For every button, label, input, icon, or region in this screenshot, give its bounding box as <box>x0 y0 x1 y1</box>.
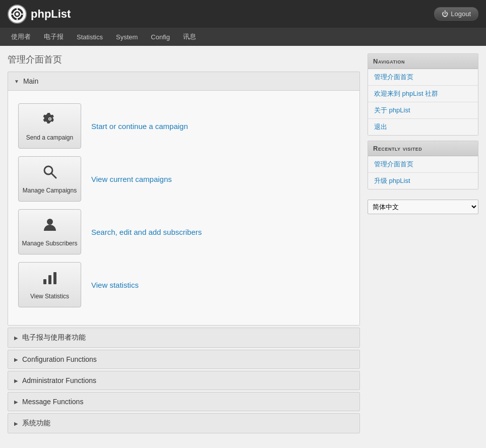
sidebar: Navigation 管理介面首页 欢迎来到 phpList 社群 关于 php… <box>368 53 478 435</box>
navbar: 使用者 电子报 Statistics System Config 讯息 <box>0 28 486 46</box>
svg-point-20 <box>47 219 53 225</box>
svg-rect-21 <box>43 279 46 284</box>
sidebar-link-community[interactable]: 欢迎来到 phpList 社群 <box>368 86 478 102</box>
collapse-arrow-0: ▶ <box>14 335 18 341</box>
manage-campaigns-link[interactable]: View current campaigns <box>91 175 172 183</box>
cards-grid: Send a campaign Start or continue a camp… <box>18 101 349 310</box>
search-icon <box>42 164 57 183</box>
section-newsletter-header[interactable]: ▶ 电子报与使用者功能 <box>8 328 359 347</box>
section-config-label: Configuration Functions <box>22 355 97 363</box>
card-row-send-campaign: Send a campaign Start or continue a camp… <box>18 101 349 151</box>
section-system-label: 系统功能 <box>22 419 50 428</box>
nav-item-messages[interactable]: 讯息 <box>177 29 202 44</box>
card-row-manage-subscribers: Manage Subscribers Search, edit and add … <box>18 207 349 257</box>
card-row-manage-campaigns: Manage Campaigns View current campaigns <box>18 154 349 204</box>
sidebar-link-home[interactable]: 管理介面首页 <box>368 69 478 86</box>
section-admin-header[interactable]: ▶ Administrator Functions <box>8 371 359 390</box>
section-message-functions: ▶ Message Functions <box>8 392 360 411</box>
sidebar-navigation: Navigation 管理介面首页 欢迎来到 phpList 社群 关于 php… <box>368 53 478 136</box>
view-statistics-label: View Statistics <box>30 293 69 300</box>
section-system-header[interactable]: ▶ 系统功能 <box>8 414 359 433</box>
svg-rect-23 <box>53 272 56 284</box>
logo-text: phpList <box>31 8 71 21</box>
svg-line-19 <box>51 173 56 178</box>
manage-subscribers-card[interactable]: Manage Subscribers <box>18 209 81 254</box>
collapse-arrow-main: ▼ <box>14 79 19 84</box>
manage-campaigns-label: Manage Campaigns <box>23 187 77 194</box>
header: phpList ⏻ Logout <box>0 0 486 28</box>
logo-area: phpList <box>8 5 71 24</box>
logout-button[interactable]: ⏻ Logout <box>434 7 478 21</box>
nav-item-users[interactable]: 使用者 <box>5 29 37 44</box>
main-layout: 管理介面首页 ▼ Main <box>0 46 486 443</box>
send-campaign-card[interactable]: Send a campaign <box>18 103 81 149</box>
svg-point-9 <box>49 118 50 119</box>
power-icon: ⏻ <box>442 10 448 18</box>
section-admin-functions: ▶ Administrator Functions <box>8 371 360 390</box>
sidebar-link-logout[interactable]: 退出 <box>368 119 478 135</box>
manage-subscribers-link[interactable]: Search, edit and add subscribers <box>91 228 202 236</box>
nav-item-statistics[interactable]: Statistics <box>71 30 109 44</box>
section-config-functions: ▶ Configuration Functions <box>8 350 360 369</box>
main-section-title: Main <box>23 77 38 85</box>
section-admin-label: Administrator Functions <box>22 376 96 385</box>
sidebar-recently-visited: Recently visited 管理介面首页 升级 phpList <box>368 141 478 189</box>
nav-item-newsletter[interactable]: 电子报 <box>38 29 70 44</box>
section-config-header[interactable]: ▶ Configuration Functions <box>8 350 359 368</box>
content-area: 管理介面首页 ▼ Main <box>8 53 360 435</box>
recently-visited-title: Recently visited <box>368 141 478 156</box>
section-message-header[interactable]: ▶ Message Functions <box>8 393 359 411</box>
page-title: 管理介面首页 <box>8 53 360 66</box>
logout-label: Logout <box>451 10 471 18</box>
section-newsletter-label: 电子报与使用者功能 <box>22 333 86 342</box>
section-message-label: Message Functions <box>22 398 83 406</box>
collapse-arrow-4: ▶ <box>14 421 18 426</box>
sidebar-link-about[interactable]: 关于 phpList <box>368 102 478 119</box>
section-system-functions: ▶ 系统功能 <box>8 413 360 433</box>
logo-icon <box>8 5 27 24</box>
main-section: ▼ Main <box>8 72 360 326</box>
send-campaign-link[interactable]: Start or continue a campaign <box>91 122 188 131</box>
gear-icon <box>42 111 57 130</box>
card-row-view-statistics: View Statistics View statistics <box>18 260 349 310</box>
main-section-header[interactable]: ▼ Main <box>8 72 359 90</box>
language-select[interactable]: 简体中文 English Deutsch Français 日本語 <box>368 200 478 214</box>
svg-rect-22 <box>48 275 51 284</box>
section-newsletter-functions: ▶ 电子报与使用者功能 <box>8 328 360 348</box>
sidebar-recent-link-home[interactable]: 管理介面首页 <box>368 156 478 173</box>
navigation-title: Navigation <box>368 54 478 69</box>
nav-item-system[interactable]: System <box>110 30 144 44</box>
main-section-content: Send a campaign Start or continue a camp… <box>8 90 359 325</box>
manage-subscribers-label: Manage Subscribers <box>22 240 77 247</box>
svg-point-6 <box>16 13 19 16</box>
view-statistics-link[interactable]: View statistics <box>91 281 139 289</box>
sidebar-recent-link-upgrade[interactable]: 升级 phpList <box>368 173 478 189</box>
view-statistics-card[interactable]: View Statistics <box>18 262 81 307</box>
chart-icon <box>42 270 57 289</box>
person-icon <box>42 217 57 236</box>
nav-item-config[interactable]: Config <box>145 30 176 44</box>
collapse-arrow-3: ▶ <box>14 399 18 405</box>
manage-campaigns-card[interactable]: Manage Campaigns <box>18 156 81 202</box>
collapse-arrow-2: ▶ <box>14 378 18 383</box>
collapse-arrow-1: ▶ <box>14 357 18 362</box>
send-campaign-label: Send a campaign <box>26 134 73 141</box>
